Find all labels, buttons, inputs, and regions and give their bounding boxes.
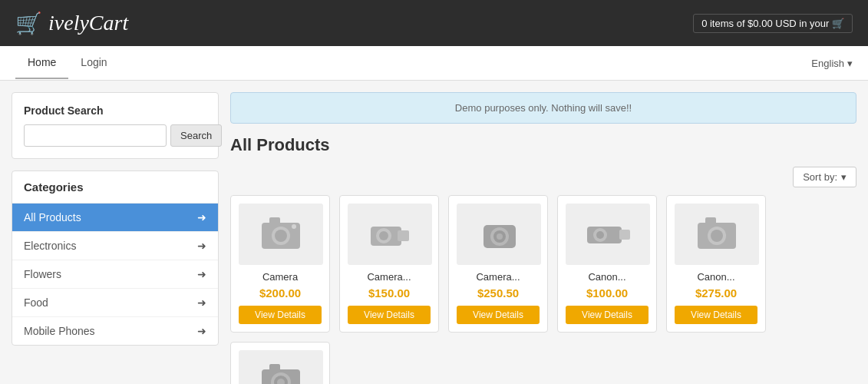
product-name: Camera... <box>457 271 540 283</box>
cart-currency: USD <box>775 18 796 29</box>
cart-amount: $0.00 <box>748 18 773 29</box>
svg-rect-20 <box>705 217 716 224</box>
view-details-button[interactable]: View Details <box>457 306 540 324</box>
sort-label: Sort by: <box>803 171 837 183</box>
product-price: $150.00 <box>348 286 431 300</box>
svg-rect-6 <box>398 230 409 241</box>
product-name: Canon... <box>675 271 757 283</box>
product-search-box: Product Search Search <box>12 92 219 159</box>
svg-point-8 <box>379 231 388 240</box>
product-card[interactable]: Canon... $300.00 View Details <box>230 342 330 384</box>
product-card[interactable]: Canon... $275.00 View Details <box>666 195 766 333</box>
page-title: All Products <box>230 135 856 155</box>
category-label: All Products <box>24 211 81 223</box>
svg-rect-3 <box>269 217 280 224</box>
product-image <box>457 204 541 265</box>
chevron-down-icon: ▾ <box>847 58 853 69</box>
product-image <box>239 204 323 265</box>
cart-icon: 🛒 <box>15 11 42 36</box>
product-price: $200.00 <box>239 286 322 300</box>
product-name: Canon... <box>566 271 649 283</box>
product-card[interactable]: Canon... $100.00 View Details <box>557 195 657 333</box>
category-electronics[interactable]: Electronics ➜ <box>12 232 218 260</box>
svg-rect-14 <box>619 230 630 240</box>
view-details-button[interactable]: View Details <box>239 306 322 324</box>
camera-svg <box>367 211 413 257</box>
products-toolbar: Sort by: ▾ <box>230 167 856 187</box>
svg-point-4 <box>292 224 296 229</box>
camera-svg <box>694 211 740 257</box>
categories-box: Categories All Products ➜ Electronics ➜ … <box>12 170 219 346</box>
arrow-icon: ➜ <box>197 296 206 309</box>
logo-text: ivelyCart <box>48 11 128 35</box>
language-label: English <box>811 58 844 69</box>
product-price: $250.50 <box>457 286 540 300</box>
view-details-button[interactable]: View Details <box>348 306 431 324</box>
arrow-icon: ➜ <box>197 240 206 252</box>
svg-rect-25 <box>269 364 280 371</box>
chevron-down-icon: ▾ <box>841 171 847 183</box>
sort-button[interactable]: Sort by: ▾ <box>793 167 856 187</box>
product-name: Camera <box>239 271 322 283</box>
nav-home[interactable]: Home <box>15 47 68 79</box>
logo: 🛒 ivelyCart <box>15 11 128 36</box>
main-content: Demo purposes only. Nothing will save!! … <box>230 92 856 384</box>
search-row: Search <box>24 124 206 147</box>
camera-svg <box>585 211 631 257</box>
products-grid: Camera $200.00 View Details Camera... $1… <box>230 195 856 384</box>
camera-svg <box>476 211 522 257</box>
svg-point-12 <box>497 233 503 240</box>
category-label: Food <box>24 296 48 309</box>
nav-links: Home Login <box>15 47 120 79</box>
search-button[interactable]: Search <box>170 124 222 147</box>
svg-point-2 <box>275 230 287 242</box>
arrow-icon: ➜ <box>197 325 206 337</box>
view-details-button[interactable]: View Details <box>566 306 649 324</box>
category-label: Mobile Phones <box>24 325 95 337</box>
camera-svg <box>258 211 304 257</box>
camera-svg <box>258 358 304 384</box>
arrow-icon: ➜ <box>197 268 206 280</box>
search-label: Product Search <box>24 104 206 117</box>
sidebar: Product Search Search Categories All Pro… <box>12 92 219 384</box>
cart-info[interactable]: 0 items of $0.00 USD in your 🛒 <box>693 14 853 33</box>
product-image <box>239 350 323 384</box>
search-input[interactable] <box>24 124 167 147</box>
categories-title: Categories <box>12 171 218 204</box>
arrow-icon: ➜ <box>197 211 206 223</box>
navbar: Home Login English ▾ <box>0 46 868 81</box>
cart-suffix: in your <box>797 18 830 29</box>
language-selector[interactable]: English ▾ <box>811 58 853 69</box>
cart-count: 0 items of <box>701 18 748 29</box>
product-price: $275.00 <box>675 286 757 300</box>
product-card[interactable]: Camera... $250.50 View Details <box>448 195 548 333</box>
product-image <box>675 204 759 265</box>
svg-point-19 <box>711 230 723 242</box>
category-food[interactable]: Food ➜ <box>12 289 218 317</box>
category-all-products[interactable]: All Products ➜ <box>12 204 218 232</box>
view-details-button[interactable]: View Details <box>675 306 757 324</box>
product-price: $100.00 <box>566 286 649 300</box>
product-name: Camera... <box>348 271 431 283</box>
product-image <box>566 204 650 265</box>
category-flowers[interactable]: Flowers ➜ <box>12 260 218 289</box>
demo-banner: Demo purposes only. Nothing will save!! <box>230 92 856 124</box>
header: 🛒 ivelyCart 0 items of $0.00 USD in your… <box>0 0 868 46</box>
product-card[interactable]: Camera $200.00 View Details <box>230 195 330 333</box>
category-label: Flowers <box>24 268 61 280</box>
product-card[interactable]: Camera... $150.00 View Details <box>339 195 439 333</box>
main-layout: Product Search Search Categories All Pro… <box>0 81 868 384</box>
svg-point-16 <box>596 231 604 239</box>
category-mobile-phones[interactable]: Mobile Phones ➜ <box>12 317 218 345</box>
category-label: Electronics <box>24 240 76 252</box>
product-image <box>348 204 432 265</box>
nav-login[interactable]: Login <box>68 47 119 79</box>
